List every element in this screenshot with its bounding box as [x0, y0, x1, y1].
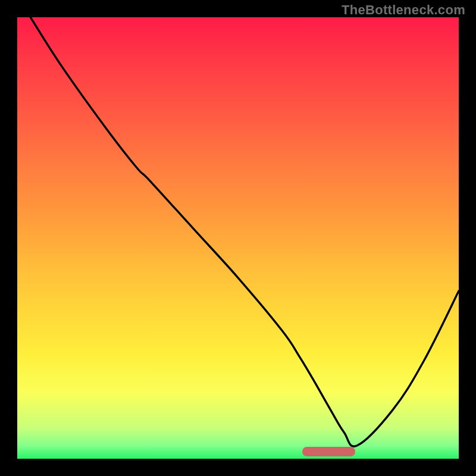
watermark-text: TheBottleneck.com [342, 2, 465, 18]
optimal-marker [302, 447, 355, 456]
curve-path [30, 17, 459, 446]
chart-frame: TheBottleneck.com [0, 0, 476, 476]
plot-area [17, 17, 459, 459]
bottleneck-curve [17, 17, 459, 459]
